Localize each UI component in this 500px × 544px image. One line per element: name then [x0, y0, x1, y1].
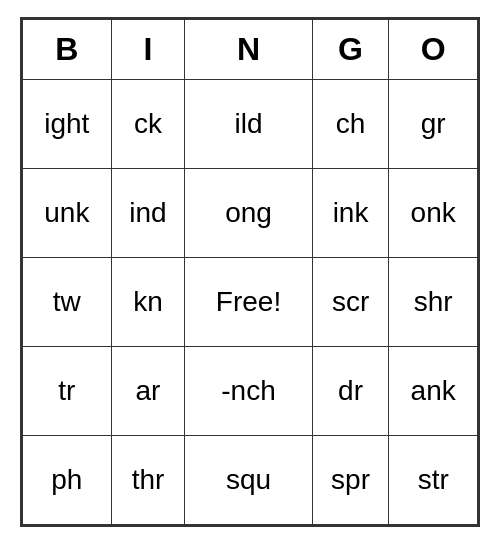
- cell-r3-c0: tr: [23, 347, 112, 436]
- cell-r3-c1: ar: [111, 347, 185, 436]
- cell-r2-c2: Free!: [185, 258, 312, 347]
- header-row: B I N G O: [23, 20, 478, 80]
- cell-r1-c3: ink: [312, 169, 389, 258]
- header-o: O: [389, 20, 478, 80]
- cell-r3-c2: -nch: [185, 347, 312, 436]
- cell-r3-c3: dr: [312, 347, 389, 436]
- header-i: I: [111, 20, 185, 80]
- cell-r4-c4: str: [389, 436, 478, 525]
- cell-r1-c0: unk: [23, 169, 112, 258]
- cell-r2-c1: kn: [111, 258, 185, 347]
- cell-r0-c2: ild: [185, 80, 312, 169]
- cell-r0-c0: ight: [23, 80, 112, 169]
- cell-r4-c1: thr: [111, 436, 185, 525]
- cell-r4-c2: squ: [185, 436, 312, 525]
- cell-r1-c2: ong: [185, 169, 312, 258]
- table-row: phthrsqusprstr: [23, 436, 478, 525]
- bingo-card: B I N G O ightckildchgrunkindonginkonktw…: [20, 17, 480, 527]
- cell-r3-c4: ank: [389, 347, 478, 436]
- bingo-body: ightckildchgrunkindonginkonktwknFree!scr…: [23, 80, 478, 525]
- cell-r4-c3: spr: [312, 436, 389, 525]
- cell-r0-c4: gr: [389, 80, 478, 169]
- cell-r1-c1: ind: [111, 169, 185, 258]
- cell-r4-c0: ph: [23, 436, 112, 525]
- header-g: G: [312, 20, 389, 80]
- header-n: N: [185, 20, 312, 80]
- cell-r0-c3: ch: [312, 80, 389, 169]
- table-row: twknFree!scrshr: [23, 258, 478, 347]
- table-row: trar-nchdrank: [23, 347, 478, 436]
- cell-r2-c4: shr: [389, 258, 478, 347]
- table-row: unkindonginkonk: [23, 169, 478, 258]
- cell-r2-c0: tw: [23, 258, 112, 347]
- header-b: B: [23, 20, 112, 80]
- cell-r2-c3: scr: [312, 258, 389, 347]
- cell-r1-c4: onk: [389, 169, 478, 258]
- cell-r0-c1: ck: [111, 80, 185, 169]
- table-row: ightckildchgr: [23, 80, 478, 169]
